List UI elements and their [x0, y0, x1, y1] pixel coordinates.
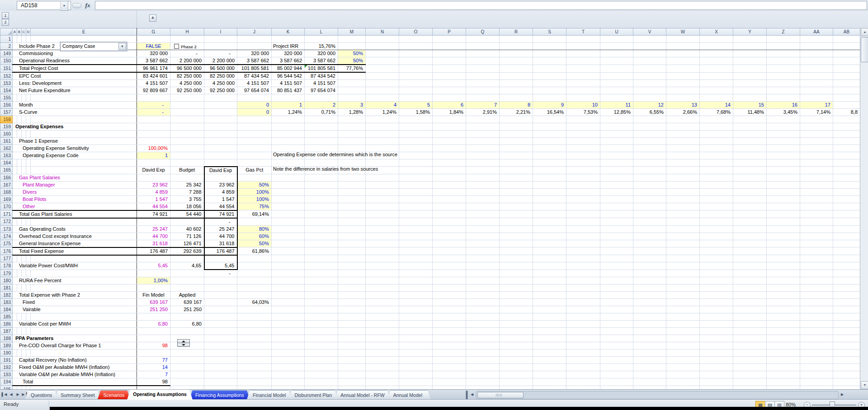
cell-K152[interactable]: 96 544 542	[272, 72, 305, 80]
cell-D160[interactable]	[26, 130, 31, 138]
cell-R2[interactable]	[500, 43, 533, 50]
cell-I157[interactable]	[204, 109, 237, 116]
cell-I188[interactable]	[204, 335, 237, 342]
cell-Q192[interactable]	[466, 364, 500, 371]
cell-M175[interactable]	[338, 240, 366, 247]
cell-G149[interactable]: 320 000	[137, 50, 170, 57]
cell-M172[interactable]	[338, 218, 366, 226]
cell-I169[interactable]: 1 547	[204, 196, 237, 203]
cell-K192[interactable]	[272, 364, 305, 371]
cell-S160[interactable]	[533, 130, 566, 138]
cell-C158[interactable]	[22, 116, 26, 123]
cell-B179[interactable]	[17, 270, 22, 277]
cell-O178[interactable]	[399, 262, 433, 270]
cell-K167[interactable]	[272, 181, 305, 188]
cell-Y150[interactable]	[733, 57, 767, 65]
cell-L172[interactable]	[305, 218, 338, 226]
cell-G190[interactable]	[137, 349, 170, 357]
cell-AB168[interactable]	[833, 188, 860, 196]
cell-M166[interactable]	[338, 174, 366, 181]
cell-M186[interactable]	[338, 321, 366, 328]
cell-Z180[interactable]	[767, 277, 800, 284]
cell-G173[interactable]: 25 247	[137, 225, 170, 233]
cell-M194[interactable]	[338, 378, 366, 386]
cell-M192[interactable]	[338, 364, 366, 371]
cell-L158[interactable]	[305, 116, 338, 123]
cell-U1[interactable]	[600, 36, 633, 43]
cell-K179[interactable]	[272, 270, 305, 277]
cell-O156[interactable]: 5	[399, 102, 433, 109]
cell-W162[interactable]	[666, 145, 700, 152]
row-header-178[interactable]: 178	[0, 262, 13, 270]
cell-S157[interactable]: 16,54%	[533, 109, 566, 116]
cell-J171[interactable]: 69,14%	[237, 210, 272, 218]
cell-Y186[interactable]	[733, 321, 767, 328]
cell-S161[interactable]	[533, 138, 566, 145]
row-header-160[interactable]: 160	[0, 130, 13, 138]
cell-Z161[interactable]	[767, 138, 800, 145]
cell-E172[interactable]	[31, 218, 137, 226]
cell-M150[interactable]: 50%	[338, 57, 366, 65]
cell-M149[interactable]: 50%	[338, 50, 366, 57]
cell-J178[interactable]	[237, 262, 272, 270]
cell-AB158[interactable]	[833, 116, 860, 123]
cell-AA193[interactable]	[800, 371, 833, 378]
cell-T173[interactable]	[566, 225, 600, 233]
cell-S193[interactable]	[533, 371, 566, 378]
cell-K187[interactable]	[272, 328, 305, 335]
cell-O192[interactable]	[399, 364, 433, 371]
cell-O176[interactable]	[399, 247, 433, 255]
cell-I171[interactable]: 74 921	[204, 210, 237, 218]
cell-G172[interactable]	[137, 218, 170, 226]
cell-H168[interactable]: 7 288	[170, 188, 204, 196]
cell-N176[interactable]	[366, 247, 399, 255]
cell-AA183[interactable]	[800, 299, 833, 306]
cell-AA149[interactable]	[800, 50, 833, 57]
cell-AA189[interactable]	[800, 342, 833, 349]
cell-K182[interactable]	[272, 292, 305, 299]
cell-N184[interactable]	[366, 306, 399, 313]
cell-Y159[interactable]	[733, 123, 767, 130]
cell-R169[interactable]	[500, 196, 533, 203]
cell-T2[interactable]	[566, 43, 600, 50]
cell-J170[interactable]: 75%	[237, 203, 272, 210]
cell-D164[interactable]	[26, 159, 31, 167]
cell-C195[interactable]	[22, 386, 26, 389]
cell-Z153[interactable]	[767, 80, 800, 87]
cell-G171[interactable]: 74 921	[137, 210, 170, 218]
cell-P175[interactable]	[433, 240, 466, 247]
cell-AA195[interactable]	[800, 386, 833, 389]
cell-J182[interactable]	[237, 292, 272, 299]
cell-N152[interactable]	[366, 72, 399, 80]
cell-AB159[interactable]	[833, 123, 860, 130]
cell-Z162[interactable]	[767, 145, 800, 152]
cell-Y188[interactable]	[733, 335, 767, 342]
cell-AB181[interactable]	[833, 284, 860, 292]
cell-V149[interactable]	[633, 50, 666, 57]
tab-financial-model[interactable]: Financial Model	[247, 390, 292, 400]
cell-Z160[interactable]	[767, 130, 800, 138]
cell-Z176[interactable]	[767, 247, 800, 255]
cell-G175[interactable]: 31 618	[137, 240, 170, 247]
cell-H161[interactable]	[170, 138, 204, 145]
cell-P184[interactable]	[433, 306, 466, 313]
cell-M152[interactable]	[338, 72, 366, 80]
cell-AA159[interactable]	[800, 123, 833, 130]
cell-Q181[interactable]	[466, 284, 500, 292]
cell-M1[interactable]	[338, 36, 366, 43]
cell-O190[interactable]	[399, 349, 433, 357]
column-header-V[interactable]: V	[633, 28, 666, 36]
tab-annual-model-rfw[interactable]: Annual Model - RFW	[335, 390, 390, 400]
cell-I194[interactable]	[204, 378, 237, 386]
row-header-190[interactable]: 190	[0, 349, 13, 357]
cell-J192[interactable]	[237, 364, 272, 371]
cell-H153[interactable]: 4 250 000	[170, 80, 204, 87]
cell-N149[interactable]	[366, 50, 399, 57]
label-193[interactable]: Variable O&M per Available MWH (Inflatio…	[13, 371, 137, 378]
cell-X177[interactable]	[700, 255, 733, 262]
row-header-186[interactable]: 186	[0, 321, 13, 328]
cell-M151[interactable]: 77,76%	[338, 65, 366, 72]
cell-X162[interactable]	[700, 145, 733, 152]
cell-C155[interactable]	[22, 94, 26, 102]
cell-L176[interactable]	[305, 247, 338, 255]
